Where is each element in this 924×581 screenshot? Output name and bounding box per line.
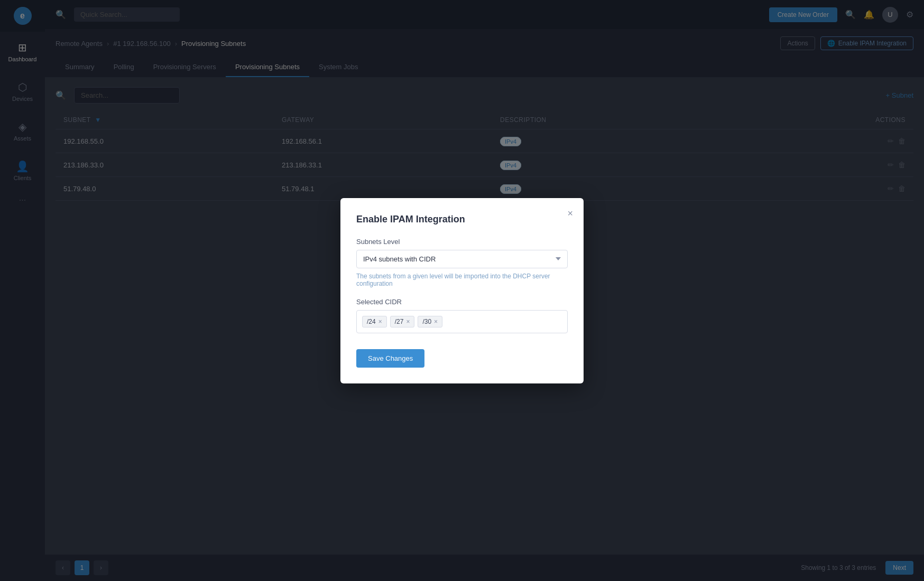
cidr-tag-24: /24 × [362,316,387,327]
save-changes-button[interactable]: Save Changes [356,349,424,368]
cidr-label: Selected CIDR [356,298,568,306]
modal: × Enable IPAM Integration Subnets Level … [340,198,584,383]
cidr-tag-remove-24[interactable]: × [378,318,382,325]
cidr-tag-value-24: /24 [367,318,376,325]
subnets-level-label: Subnets Level [356,238,568,246]
modal-actions: Save Changes [356,349,568,368]
form-hint: The subnets from a given level will be i… [356,273,568,287]
cidr-input-area[interactable]: /24 × /27 × /30 × [356,310,568,333]
cidr-tag-30: /30 × [418,316,442,327]
modal-close-button[interactable]: × [567,209,573,218]
cidr-text-input[interactable] [446,317,562,325]
cidr-tag-remove-30[interactable]: × [434,318,438,325]
modal-overlay[interactable]: × Enable IPAM Integration Subnets Level … [0,0,924,581]
cidr-tag-value-27: /27 [395,318,404,325]
cidr-tag-value-30: /30 [422,318,431,325]
cidr-tag-remove-27[interactable]: × [406,318,410,325]
cidr-tag-27: /27 × [390,316,415,327]
subnets-level-select[interactable]: IPv4 subnets with CIDR IPv6 subnets with… [356,250,568,268]
modal-title: Enable IPAM Integration [356,214,568,225]
